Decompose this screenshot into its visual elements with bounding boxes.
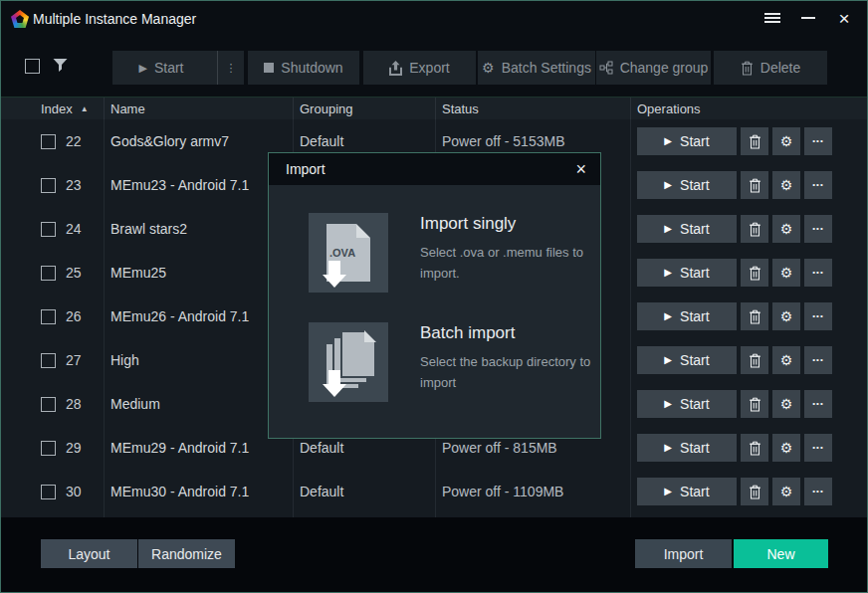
toolbar: ▶Start ⋮ Shutdown Export ⚙ Batch Setting…: [1, 49, 867, 89]
row-delete-button[interactable]: [741, 171, 768, 199]
play-icon: ▶: [664, 136, 672, 146]
row-start-button[interactable]: ▶Start: [637, 434, 737, 462]
batch-settings-button[interactable]: ⚙ Batch Settings: [478, 51, 595, 85]
export-icon: [389, 61, 402, 76]
export-button[interactable]: Export: [363, 51, 476, 85]
row-start-button[interactable]: ▶Start: [637, 478, 737, 505]
select-all-checkbox[interactable]: [25, 59, 40, 74]
row-index: 30: [66, 484, 82, 499]
row-checkbox[interactable]: [41, 485, 56, 499]
play-icon: ▶: [664, 224, 672, 234]
play-icon: ▶: [664, 180, 672, 190]
trash-icon: [749, 178, 761, 193]
row-name: Gods&Glory armv7: [104, 119, 293, 163]
import-singly-option[interactable]: .OVA Import singly Select .ova or .memu …: [309, 213, 580, 293]
row-settings-button[interactable]: ⚙: [772, 215, 800, 243]
row-checkbox[interactable]: [41, 441, 56, 456]
row-index: 25: [66, 265, 82, 281]
row-more-button[interactable]: •••: [804, 390, 832, 418]
row-start-button[interactable]: ▶Start: [637, 302, 737, 330]
row-more-button[interactable]: •••: [804, 434, 832, 462]
row-more-button[interactable]: •••: [804, 346, 832, 374]
footer-bar: Layout Randomize Import New: [1, 517, 867, 592]
delete-button[interactable]: Delete: [714, 51, 827, 85]
start-button[interactable]: ▶Start ⋮: [112, 51, 244, 85]
ova-file-icon: .OVA: [309, 213, 388, 293]
row-more-button[interactable]: •••: [804, 478, 832, 505]
row-delete-button[interactable]: [741, 215, 768, 243]
column-header-operations: Operations: [630, 98, 867, 119]
row-delete-button[interactable]: [741, 478, 768, 505]
row-more-button[interactable]: •••: [804, 259, 832, 287]
menu-hamburger-icon[interactable]: [761, 7, 783, 29]
close-icon[interactable]: ×: [833, 7, 855, 29]
row-more-button[interactable]: •••: [804, 127, 832, 155]
row-checkbox[interactable]: [41, 353, 56, 368]
trash-icon: [749, 441, 761, 456]
app-logo-icon: [11, 10, 29, 28]
gear-icon: ⚙: [780, 353, 793, 367]
filter-icon[interactable]: [53, 59, 68, 73]
row-start-button[interactable]: ▶Start: [637, 215, 737, 243]
play-icon: ▶: [664, 399, 672, 409]
batch-import-option[interactable]: Batch import Select the backup directory…: [309, 322, 580, 402]
row-settings-button[interactable]: ⚙: [772, 346, 800, 374]
layout-button[interactable]: Layout: [41, 539, 137, 568]
start-dropdown-button[interactable]: ⋮: [217, 51, 244, 85]
row-grouping: Default: [293, 470, 435, 513]
row-start-button[interactable]: ▶Start: [637, 127, 737, 155]
row-checkbox[interactable]: [41, 397, 56, 412]
minimize-icon[interactable]: [797, 7, 819, 29]
row-name: Medium: [104, 382, 293, 426]
row-checkbox[interactable]: [41, 309, 56, 324]
gear-icon: ⚙: [780, 266, 793, 280]
gear-icon: ⚙: [780, 485, 793, 498]
row-name: High: [104, 338, 293, 382]
row-delete-button[interactable]: [741, 390, 768, 418]
row-checkbox[interactable]: [41, 134, 56, 149]
row-delete-button[interactable]: [741, 259, 768, 287]
row-index: 24: [66, 221, 82, 237]
column-header-index[interactable]: Index ▲: [1, 98, 104, 119]
gear-icon: ⚙: [780, 222, 793, 236]
gear-icon: ⚙: [780, 134, 793, 148]
row-checkbox[interactable]: [41, 266, 56, 281]
row-delete-button[interactable]: [741, 434, 768, 462]
row-index: 28: [66, 396, 82, 412]
batch-import-description: Select the backup directory to import: [420, 352, 591, 394]
row-settings-button[interactable]: ⚙: [772, 434, 800, 462]
change-group-button[interactable]: Change group: [596, 51, 711, 85]
randomize-button[interactable]: Randomize: [138, 539, 235, 568]
row-settings-button[interactable]: ⚙: [772, 171, 800, 199]
row-delete-button[interactable]: [741, 127, 768, 155]
row-settings-button[interactable]: ⚙: [772, 478, 800, 505]
row-settings-button[interactable]: ⚙: [772, 302, 800, 330]
row-delete-button[interactable]: [741, 346, 768, 374]
shutdown-button[interactable]: Shutdown: [248, 51, 359, 85]
row-settings-button[interactable]: ⚙: [772, 390, 800, 418]
row-settings-button[interactable]: ⚙: [772, 259, 800, 287]
row-delete-button[interactable]: [741, 302, 768, 330]
row-start-button[interactable]: ▶Start: [637, 259, 737, 287]
new-button[interactable]: New: [734, 539, 828, 568]
row-more-button[interactable]: •••: [804, 302, 832, 330]
play-icon: ▶: [664, 487, 672, 496]
row-more-button[interactable]: •••: [804, 171, 832, 199]
row-start-button[interactable]: ▶Start: [637, 171, 737, 199]
column-header-grouping: Grouping: [293, 98, 435, 119]
row-settings-button[interactable]: ⚙: [772, 127, 800, 155]
row-checkbox[interactable]: [41, 222, 56, 237]
dialog-close-icon[interactable]: ×: [575, 160, 586, 178]
row-start-button[interactable]: ▶Start: [637, 390, 737, 418]
row-checkbox[interactable]: [41, 178, 56, 193]
import-dialog-titlebar: Import ×: [269, 153, 600, 185]
row-name: MEmu29 - Android 7.1: [104, 426, 293, 470]
stop-icon: [264, 63, 274, 73]
import-button[interactable]: Import: [635, 539, 732, 568]
row-more-button[interactable]: •••: [804, 215, 832, 243]
more-icon: •••: [812, 356, 823, 364]
row-start-button[interactable]: ▶Start: [637, 346, 737, 374]
more-icon: •••: [812, 488, 823, 495]
row-name: MEmu25: [104, 251, 293, 295]
trash-icon: [749, 397, 761, 412]
